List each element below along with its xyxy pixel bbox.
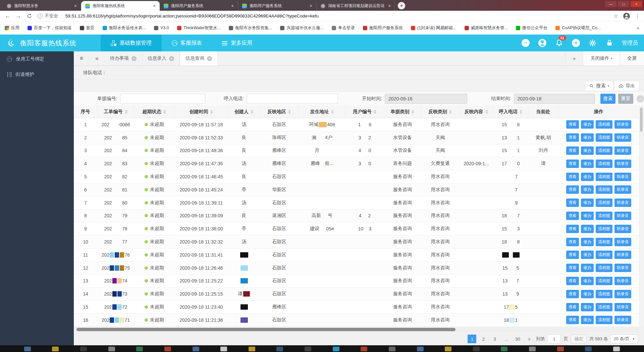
content-tab[interactable]: 信息录入× <box>142 51 180 65</box>
flowchart-button[interactable]: 流程图 <box>596 290 612 298</box>
taskbar-app-icon[interactable] <box>164 347 171 351</box>
sort-icon[interactable] <box>251 110 253 114</box>
listen-record-button[interactable]: 听录音 <box>614 212 631 220</box>
support-headset-icon[interactable] <box>538 39 547 47</box>
browser-menu-icon[interactable]: ⋮ <box>635 13 641 19</box>
vertical-scrollbar-handle[interactable] <box>640 107 643 132</box>
profile-avatar[interactable] <box>623 12 630 20</box>
menu-基础数据管理[interactable]: 基础数据管理 <box>101 35 162 51</box>
urge-button[interactable]: 催办 <box>581 290 594 298</box>
browser-tab[interactable]: 衡阳智慧水务× <box>3 1 81 11</box>
listen-record-button[interactable]: 听录音 <box>614 120 631 129</box>
view-button[interactable]: 查看 <box>566 225 579 233</box>
page-button[interactable]: 2 <box>479 335 488 343</box>
taskbar-app-icon[interactable] <box>24 347 31 351</box>
close-operations-dropdown[interactable]: 关闭操作 ▾ <box>583 51 620 65</box>
flowchart-button[interactable]: 流程图 <box>596 199 612 207</box>
flowchart-button[interactable]: 流程图 <box>596 185 612 194</box>
taskbar-app-icon[interactable] <box>613 347 620 351</box>
listen-record-button[interactable]: 听录音 <box>614 160 631 168</box>
export-button[interactable]: 导出 <box>614 81 639 91</box>
add-circle-icon[interactable]: + <box>572 39 580 47</box>
column-header[interactable]: 用户编号 <box>345 105 384 118</box>
bookmark-item[interactable]: V3.0 <box>154 26 169 30</box>
content-tab[interactable]: 待办事项× <box>105 51 142 65</box>
browser-tab[interactable]: 衡阳用户服务系统× <box>238 1 317 11</box>
taskbar-app-icon[interactable] <box>585 347 592 351</box>
bookmark-item[interactable]: CoAP协议规范_Co... <box>555 25 601 31</box>
taskbar-app-icon[interactable] <box>529 347 536 351</box>
bookmark-item[interactable]: 应用 <box>5 25 19 31</box>
taskbar-app-icon[interactable] <box>501 347 507 351</box>
bookmark-item[interactable]: 衡阳市水务投资集... <box>229 25 272 31</box>
taskbar-app-icon[interactable] <box>193 347 199 351</box>
urge-button[interactable]: 催办 <box>581 238 594 246</box>
view-button[interactable]: 查看 <box>566 277 579 285</box>
flowchart-button[interactable]: 流程图 <box>596 146 612 155</box>
view-button[interactable]: 查看 <box>566 303 579 311</box>
horizontal-scrollbar[interactable] <box>74 327 639 332</box>
listen-record-button[interactable]: 听录音 <box>614 316 631 324</box>
lock-icon[interactable] <box>605 39 614 47</box>
listen-record-button[interactable]: 听录音 <box>614 238 631 246</box>
flowchart-button[interactable]: 流程图 <box>596 212 612 220</box>
listen-record-button[interactable]: 听录音 <box>614 199 631 207</box>
column-header[interactable]: 反映地区 <box>260 105 299 118</box>
goto-page-input[interactable] <box>547 335 561 343</box>
vertical-scrollbar[interactable] <box>639 106 643 326</box>
call-phone-input[interactable] <box>247 94 338 104</box>
taskbar-app-icon[interactable] <box>52 347 59 351</box>
per-page-select[interactable]: 20 条/页 ▼ <box>610 335 638 343</box>
flowchart-button[interactable]: 流程图 <box>596 120 612 129</box>
flowchart-button[interactable]: 流程图 <box>596 277 612 285</box>
flowchart-button[interactable]: 流程图 <box>596 173 612 181</box>
close-tab-icon[interactable]: × <box>308 3 314 9</box>
menu-客服报表[interactable]: 客服报表 <box>162 35 212 51</box>
urge-button[interactable]: 催办 <box>581 212 594 220</box>
bookmark-item[interactable]: 衡阳水务远传水表... <box>103 25 146 31</box>
urge-button[interactable]: 催办 <box>581 120 594 129</box>
taskbar-app-icon[interactable] <box>557 347 564 351</box>
menu-toggle-icon[interactable]: ≡ <box>74 51 89 65</box>
page-button[interactable]: 30 <box>513 335 522 343</box>
bookmark-item[interactable]: 兴源城市供水云服... <box>280 25 323 31</box>
column-header[interactable]: 超期状态 <box>134 105 174 118</box>
sort-icon[interactable] <box>412 110 414 114</box>
close-tab-icon[interactable]: × <box>169 56 174 61</box>
reload-icon[interactable] <box>25 12 34 20</box>
column-header[interactable]: 创建时间 <box>174 105 228 118</box>
bookmark-item[interactable]: 单点登录 <box>332 25 355 31</box>
sort-icon[interactable] <box>125 110 127 114</box>
settings-gear-icon[interactable] <box>588 39 597 47</box>
bookmark-item[interactable]: 威派格智慧水务管... <box>465 25 508 31</box>
search-dropdown-button[interactable]: 搜索 ▾ <box>585 81 613 91</box>
collapse-filters-icon[interactable]: ︿ <box>637 95 644 102</box>
listen-record-button[interactable]: 听录音 <box>614 251 631 259</box>
urge-button[interactable]: 催办 <box>581 251 594 259</box>
sort-icon[interactable] <box>520 110 522 114</box>
notifications-bell-icon[interactable]: 51 <box>555 39 564 47</box>
page-button[interactable]: 1 <box>468 335 476 343</box>
column-header[interactable]: 单据类别 <box>384 105 421 118</box>
bookmark-item[interactable]: 微信公众平台 <box>516 25 547 31</box>
column-header[interactable]: 反映类别 <box>421 105 460 118</box>
view-button[interactable]: 查看 <box>566 316 579 324</box>
urge-button[interactable]: 催办 <box>581 185 594 194</box>
taskbar-app-icon[interactable] <box>389 347 395 351</box>
sort-icon[interactable] <box>288 110 291 114</box>
fullscreen-button[interactable]: 全屏 <box>620 51 644 65</box>
close-tab-icon[interactable]: × <box>73 3 78 9</box>
urge-button[interactable]: 催办 <box>581 146 594 155</box>
order-no-input[interactable] <box>120 94 205 104</box>
urge-button[interactable]: 催办 <box>581 264 594 272</box>
urge-button[interactable]: 催办 <box>581 316 594 324</box>
taskbar-app-icon[interactable] <box>417 347 424 351</box>
taskbar-app-icon[interactable] <box>445 347 451 351</box>
listen-record-button[interactable]: 听录音 <box>614 185 631 194</box>
flowchart-button[interactable]: 流程图 <box>596 251 612 259</box>
column-header[interactable]: 发生地址 <box>299 105 345 118</box>
listen-record-button[interactable]: 听录音 <box>614 290 631 298</box>
listen-record-button[interactable]: 听录音 <box>614 303 631 311</box>
listen-record-button[interactable]: 听录音 <box>614 225 631 233</box>
current-user-label[interactable]: 管理员 <box>622 40 638 47</box>
